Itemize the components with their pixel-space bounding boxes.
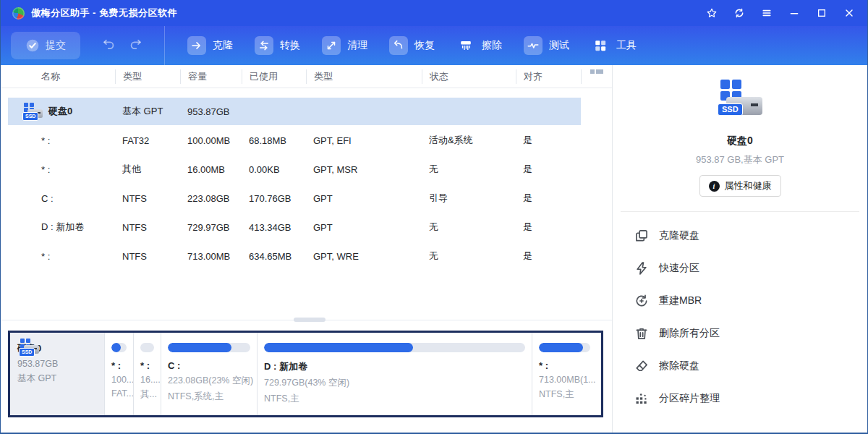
undo-icon[interactable] — [102, 38, 116, 54]
maximize-icon[interactable] — [811, 4, 833, 22]
ssd-disk-icon: SSD — [21, 102, 43, 122]
sidebar-action-label: 分区碎片整理 — [659, 392, 720, 405]
column-header[interactable]: 类型 — [306, 69, 422, 84]
toolbar-item-label: 擦除 — [482, 39, 502, 52]
disk-map-partition[interactable]: * : 16.... 其... — [133, 333, 161, 415]
toolbar-items: 克隆 转换 清理 恢复 擦除 测试 工具 — [176, 26, 647, 65]
column-header[interactable]: 容量 — [180, 69, 242, 84]
sidebar-action-clone-disk[interactable]: 克隆硬盘 — [613, 219, 867, 252]
partition-fs: NTFS,主 — [264, 393, 525, 405]
cell-capacity: 100.00MB — [180, 135, 242, 146]
cell-capacity: 729.97GB — [180, 222, 242, 233]
usage-bar — [140, 343, 154, 352]
disk-map-partitions: * : 100... FAT... * : 16.... 其... C : 22… — [104, 333, 597, 415]
partition-size: 729.97GB(43% 空闲) — [264, 377, 525, 389]
cell-part_type: GPT — [306, 193, 422, 204]
toolbar-item-convert[interactable]: 转换 — [244, 26, 311, 65]
toolbar-item-erase[interactable]: 擦除 — [446, 26, 513, 65]
partition-name: C : — [168, 360, 250, 371]
disk-capacity: 953.87GB — [180, 106, 242, 117]
toolbar-item-label: 克隆 — [213, 39, 233, 52]
recover-icon — [389, 36, 408, 55]
toolbar-item-clone[interactable]: 克隆 — [176, 26, 244, 65]
sidebar: SSD 硬盘0 953.87 GB,基本 GPT i 属性和健康 克隆硬盘 快速… — [612, 65, 867, 433]
info-icon: i — [709, 181, 720, 192]
window-title: 傲梅分区助手 - 免费无损分区软件 — [31, 7, 177, 20]
favorite-star-icon[interactable] — [701, 4, 723, 22]
sidebar-action-label: 快速分区 — [659, 262, 699, 275]
sidebar-action-defrag[interactable]: 分区碎片整理 — [613, 382, 867, 414]
sidebar-action-wipe-disk[interactable]: 擦除硬盘 — [613, 349, 867, 382]
cell-used: 634.65MB — [242, 251, 306, 262]
table-row-disk[interactable]: SSD 硬盘0 基本 GPT 953.87GB — [1, 97, 612, 126]
clone-icon — [187, 36, 206, 55]
disk-name: 硬盘0 — [48, 105, 72, 118]
table-row-partition[interactable]: D : 新加卷NTFS729.97GB413.34GBGPT无是 — [1, 213, 612, 242]
disk-map-partition[interactable]: * : 713.00MB(1... NTFS,主 — [532, 333, 597, 415]
partition-size: 100... — [111, 375, 127, 385]
cell-capacity: 16.00MB — [180, 164, 242, 175]
toolbar-item-label: 恢复 — [414, 39, 435, 52]
toolbar-item-test[interactable]: 测试 — [513, 26, 580, 65]
column-header[interactable]: 类型 — [115, 69, 180, 84]
usage-bar — [111, 343, 127, 352]
cell-type: NTFS — [115, 251, 180, 262]
erase-icon — [456, 36, 475, 55]
submit-button[interactable]: 提交 — [11, 32, 80, 59]
partition-name: D : 新加卷 — [264, 360, 525, 373]
list-view-icon[interactable] — [581, 69, 612, 84]
quick-partition-icon — [634, 261, 649, 276]
cell-used: 0.00KB — [242, 164, 306, 175]
cell-type: FAT32 — [115, 135, 180, 146]
cell-part_type: GPT, MSR — [306, 164, 422, 175]
minimize-icon[interactable] — [783, 4, 805, 22]
partition-name: * : — [111, 360, 127, 371]
rebuild-mbr-icon — [634, 294, 649, 308]
cell-aligned: 是 — [516, 192, 581, 205]
disk-map-header[interactable]: SSD 硬盘0 953.87GB 基本 GPT — [10, 333, 104, 415]
column-header[interactable]: 名称 — [1, 69, 115, 84]
partition-fs: NTFS,主 — [539, 388, 590, 401]
toolbar-item-clean[interactable]: 清理 — [311, 26, 378, 65]
disk-map-partition[interactable]: C : 223.08GB(23% 空闲) NTFS,系统,主 — [161, 333, 257, 415]
test-icon — [524, 36, 542, 55]
refresh-icon[interactable] — [728, 4, 750, 22]
toolbar-item-label: 工具 — [616, 39, 637, 52]
wipe-disk-icon — [634, 359, 649, 373]
close-icon[interactable] — [838, 4, 860, 22]
toolbar-item-label: 转换 — [280, 39, 300, 52]
delete-all-partitions-icon — [634, 326, 649, 341]
ssd-disk-icon-large: SSD — [715, 80, 765, 124]
sidebar-action-quick-partition[interactable]: 快速分区 — [613, 252, 867, 284]
table-body: SSD 硬盘0 基本 GPT 953.87GB * :FAT32100.00MB… — [1, 88, 612, 271]
toolbar-item-recover[interactable]: 恢复 — [378, 26, 446, 65]
sidebar-action-delete-all-partitions[interactable]: 删除所有分区 — [613, 317, 867, 349]
partition-fs: 其... — [140, 388, 154, 401]
cell-used: 170.76GB — [242, 193, 306, 204]
disk-map-capacity: 953.87GB — [17, 359, 97, 369]
disk-map-partition[interactable]: * : 100... FAT... — [104, 333, 133, 415]
menu-icon[interactable] — [756, 4, 778, 22]
sidebar-action-label: 重建MBR — [659, 294, 702, 307]
column-header[interactable]: 已使用 — [242, 69, 306, 84]
disk-map-partition[interactable]: D : 新加卷 729.97GB(43% 空闲) NTFS,主 — [257, 333, 532, 415]
table-row-partition[interactable]: * :NTFS713.00MB634.65MBGPT, WRE无是 — [1, 242, 612, 271]
redo-icon[interactable] — [129, 38, 142, 54]
partition-table-panel: 名称类型容量已使用类型状态对齐 SSD 硬盘0 基本 GPT 953.87GB … — [1, 65, 612, 433]
toolbar-item-tools[interactable]: 工具 — [580, 26, 647, 65]
clone-disk-icon — [634, 229, 649, 243]
column-header[interactable]: 对齐 — [516, 69, 581, 84]
table-row-partition[interactable]: C :NTFS223.08GB170.76GBGPT引导是 — [1, 184, 612, 213]
properties-health-button[interactable]: i 属性和健康 — [699, 175, 781, 197]
cell-used: 413.34GB — [242, 222, 306, 233]
table-row-partition[interactable]: * :其他16.00MB0.00KBGPT, MSR无是 — [1, 155, 612, 184]
sidebar-disk-name: 硬盘0 — [727, 135, 753, 148]
table-row-partition[interactable]: * :FAT32100.00MB68.18MBGPT, EFI活动&系统是 — [1, 126, 612, 155]
sidebar-action-rebuild-mbr[interactable]: 重建MBR — [613, 284, 867, 317]
sidebar-actions: 克隆硬盘 快速分区 重建MBR 删除所有分区 擦除硬盘 分区碎片整理 — [613, 212, 867, 422]
column-header[interactable]: 状态 — [422, 69, 516, 84]
cell-type: NTFS — [115, 222, 180, 233]
divider-drag-handle[interactable] — [294, 318, 326, 322]
cell-aligned: 是 — [516, 163, 581, 176]
cell-aligned: 是 — [516, 134, 581, 147]
